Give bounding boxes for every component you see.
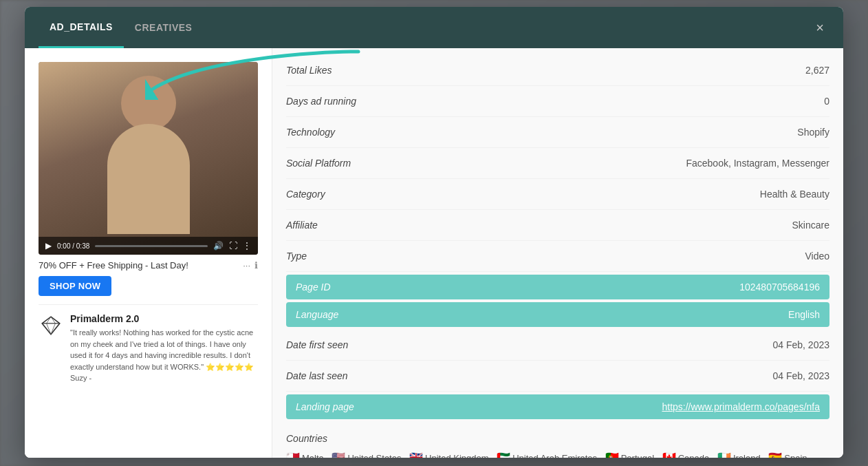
ad-icons: ··· ℹ: [243, 260, 258, 271]
affiliate-value: Skincare: [792, 220, 829, 231]
close-button[interactable]: ×: [810, 18, 829, 37]
row-landing-page: Landing page https://www.primalderm.co/p…: [286, 394, 829, 419]
category-label: Category: [286, 189, 325, 200]
country-name: Canada: [678, 453, 710, 458]
left-panel: ▶ 0:00 / 0:38 🔊 ⛶ ⋮ 70% OFF + Fre: [25, 48, 272, 458]
total-likes-label: Total Likes: [286, 65, 332, 76]
modal-body: ▶ 0:00 / 0:38 🔊 ⛶ ⋮ 70% OFF + Fre: [25, 48, 843, 458]
brand-review: "It really works! Nothing has worked for…: [70, 327, 258, 384]
row-affiliate: Affiliate Skincare: [286, 210, 829, 241]
language-value: English: [788, 309, 820, 320]
page-id-label: Page ID: [296, 282, 331, 293]
language-label: Language: [296, 309, 338, 320]
country-name: United Kingdom: [425, 453, 489, 458]
fullscreen-button[interactable]: ⛶: [229, 241, 237, 251]
affiliate-label: Affiliate: [286, 220, 318, 231]
technology-value: Shopify: [797, 127, 829, 138]
country-flag: 🇦🇪: [497, 452, 510, 458]
country-item: 🇪🇸Spain: [768, 452, 807, 458]
country-name: Malta: [302, 453, 324, 458]
date-first-label: Date first seen: [286, 339, 348, 350]
country-name: United States: [347, 453, 401, 458]
brand-info: Primalderm 2.0 "It really works! Nothing…: [70, 313, 258, 384]
row-date-first: Date first seen 04 Feb, 2023: [286, 330, 829, 361]
row-category: Category Health & Beauty: [286, 179, 829, 210]
progress-bar[interactable]: [95, 245, 208, 247]
country-item: 🇦🇪United Arab Emirates: [497, 452, 597, 458]
modal-header: AD_DETAILS CREATIVES ×: [25, 7, 843, 48]
landing-value[interactable]: https://www.primalderm.co/pages/nfa: [662, 401, 820, 412]
social-platform-value: Facebook, Instagram, Messenger: [686, 158, 829, 169]
landing-label: Landing page: [296, 401, 354, 412]
tab-ad-details[interactable]: AD_DETAILS: [39, 7, 124, 48]
country-item: 🇮🇪Ireland: [717, 452, 761, 458]
country-name: United Arab Emirates: [512, 453, 597, 458]
video-time: 0:00 / 0:38: [57, 242, 89, 250]
video-player[interactable]: ▶ 0:00 / 0:38 🔊 ⛶ ⋮: [39, 62, 258, 255]
country-flag: 🇮🇪: [717, 452, 731, 458]
social-platform-label: Social Platform: [286, 158, 351, 169]
more-options-button[interactable]: ⋮: [243, 241, 251, 251]
brand-row: Primalderm 2.0 "It really works! Nothing…: [39, 304, 258, 384]
countries-label: Countries: [286, 432, 341, 444]
row-social-platform: Social Platform Facebook, Instagram, Mes…: [286, 148, 829, 179]
date-first-value: 04 Feb, 2023: [772, 339, 829, 350]
country-flag: 🇬🇧: [409, 452, 423, 458]
row-language: Language English: [286, 302, 829, 327]
row-page-id: Page ID 102480705684196: [286, 275, 829, 299]
date-last-label: Date last seen: [286, 370, 348, 381]
page-id-value: 102480705684196: [739, 282, 820, 293]
country-item: 🇨🇦Canada: [662, 452, 710, 458]
row-total-likes: Total Likes 2,627: [286, 55, 829, 86]
play-button[interactable]: ▶: [45, 241, 52, 251]
country-item: 🇵🇹Portugal: [605, 452, 654, 458]
ad-caption-text: 70% OFF + Free Shipping - Last Day!: [39, 260, 188, 271]
country-name: Spain: [784, 453, 807, 458]
brand-icon: [39, 313, 63, 338]
shop-now-button[interactable]: SHOP NOW: [39, 276, 111, 296]
info-icon[interactable]: ℹ: [254, 260, 258, 271]
country-item: 🇬🇧United Kingdom: [409, 452, 489, 458]
country-flag: 🇪🇸: [768, 452, 782, 458]
more-icon[interactable]: ···: [243, 260, 250, 271]
video-controls: ▶ 0:00 / 0:38 🔊 ⛶ ⋮: [39, 237, 258, 255]
country-flag: 🇨🇦: [662, 452, 676, 458]
country-item: 🇲🇹Malta: [286, 452, 324, 458]
tab-creatives[interactable]: CREATIVES: [124, 7, 204, 48]
ad-detail-modal: AD_DETAILS CREATIVES ×: [25, 7, 843, 458]
row-type: Type Video: [286, 241, 829, 272]
country-flag: 🇺🇸: [332, 452, 345, 458]
ad-caption: 70% OFF + Free Shipping - Last Day! ··· …: [39, 260, 258, 271]
country-item: 🇺🇸United States: [332, 452, 401, 458]
volume-button[interactable]: 🔊: [213, 241, 224, 251]
category-value: Health & Beauty: [760, 189, 829, 200]
countries-list: 🇲🇹Malta, 🇺🇸United States, 🇬🇧United Kingd…: [286, 452, 829, 458]
days-running-label: Days ad running: [286, 96, 356, 107]
svg-marker-1: [42, 317, 60, 335]
days-running-value: 0: [824, 96, 829, 107]
country-flag: 🇲🇹: [286, 452, 300, 458]
date-last-value: 04 Feb, 2023: [772, 370, 829, 381]
right-panel: Total Likes 2,627 Days ad running 0 Tech…: [272, 48, 843, 458]
row-technology: Technology Shopify: [286, 117, 829, 148]
row-days-running: Days ad running 0: [286, 86, 829, 117]
country-flag: 🇵🇹: [605, 452, 619, 458]
country-name: Portugal: [621, 453, 654, 458]
technology-label: Technology: [286, 127, 335, 138]
total-likes-value: 2,627: [805, 65, 829, 76]
type-value: Video: [805, 251, 829, 262]
country-name: Ireland: [733, 453, 761, 458]
type-label: Type: [286, 251, 307, 262]
row-date-last: Date last seen 04 Feb, 2023: [286, 361, 829, 392]
countries-section: Countries 🇲🇹Malta, 🇺🇸United States, 🇬🇧Un…: [286, 422, 829, 458]
brand-name: Primalderm 2.0: [70, 313, 258, 324]
